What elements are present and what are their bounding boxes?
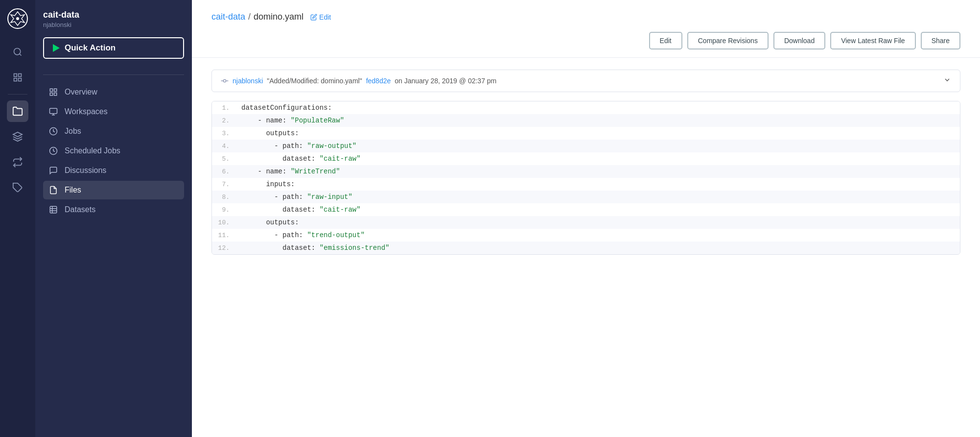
commit-bar-left: njablonski "Added/Modified: domino.yaml"… xyxy=(221,77,496,85)
commit-icon xyxy=(221,77,229,85)
breadcrumb-edit-link[interactable]: Edit xyxy=(310,13,331,21)
overview-icon xyxy=(49,88,58,97)
svg-rect-9 xyxy=(50,89,52,91)
quick-action-label: Quick Action xyxy=(65,43,116,53)
line-content-11: - path: "trend-output" xyxy=(237,229,369,242)
code-line-3: 3. outputs: xyxy=(212,127,960,140)
svg-rect-12 xyxy=(54,93,57,96)
files-icon xyxy=(49,186,58,194)
code-line-2: 2. - name: "PopulateRaw" xyxy=(212,114,960,127)
commit-user[interactable]: njablonski xyxy=(233,77,263,85)
line-num-2: 2. xyxy=(212,115,237,127)
svg-rect-4 xyxy=(14,74,17,77)
logo xyxy=(7,8,28,29)
svg-point-1 xyxy=(16,17,19,20)
line-num-7: 7. xyxy=(212,178,237,191)
svg-point-2 xyxy=(14,49,21,55)
sidebar-item-scheduled-jobs[interactable]: Scheduled Jobs xyxy=(43,142,184,160)
edit-button[interactable]: Edit xyxy=(649,32,682,49)
discussions-icon xyxy=(49,166,58,175)
sidebar: cait-data njablonski Quick Action Overvi… xyxy=(35,0,192,437)
commit-date: on January 28, 2019 @ 02:37 pm xyxy=(395,77,496,85)
quick-action-button[interactable]: Quick Action xyxy=(43,37,184,59)
workspaces-icon xyxy=(49,107,58,116)
cube-icon[interactable] xyxy=(7,126,28,147)
sidebar-item-jobs[interactable]: Jobs xyxy=(43,122,184,141)
svg-rect-6 xyxy=(14,78,17,81)
sidebar-item-jobs-label: Jobs xyxy=(65,127,81,136)
commit-bar: njablonski "Added/Modified: domino.yaml"… xyxy=(211,70,960,92)
breadcrumb-edit-label: Edit xyxy=(319,13,331,21)
main-header: cait-data / domino.yaml Edit Edit Compar… xyxy=(192,0,980,58)
toolbar: Edit Compare Revisions Download View Lat… xyxy=(211,32,960,49)
sidebar-item-datasets[interactable]: Datasets xyxy=(43,200,184,219)
datasets-icon xyxy=(49,205,58,214)
line-content-3: outputs: xyxy=(237,127,303,140)
sidebar-item-scheduled-jobs-label: Scheduled Jobs xyxy=(65,146,120,155)
line-num-1: 1. xyxy=(212,102,237,114)
sidebar-item-overview-label: Overview xyxy=(65,88,97,97)
line-num-5: 5. xyxy=(212,153,237,165)
code-line-9: 9. dataset: "cait-raw" xyxy=(212,203,960,216)
sidebar-item-discussions[interactable]: Discussions xyxy=(43,161,184,180)
compare-revisions-button[interactable]: Compare Revisions xyxy=(687,32,769,49)
code-line-1: 1. datasetConfigurations: xyxy=(212,101,960,114)
code-block: 1. datasetConfigurations: 2. - name: "Po… xyxy=(211,101,960,255)
sidebar-item-discussions-label: Discussions xyxy=(65,166,106,175)
line-num-10: 10. xyxy=(212,217,237,229)
line-content-7: inputs: xyxy=(237,178,299,191)
commit-hash[interactable]: fed8d2e xyxy=(366,77,391,85)
line-num-3: 3. xyxy=(212,127,237,140)
line-num-6: 6. xyxy=(212,166,237,178)
sidebar-item-workspaces-label: Workspaces xyxy=(65,107,108,116)
line-content-6: - name: "WriteTrend" xyxy=(237,165,344,178)
rail-divider xyxy=(8,94,27,95)
main-content: cait-data / domino.yaml Edit Edit Compar… xyxy=(192,0,980,437)
sidebar-item-overview[interactable]: Overview xyxy=(43,83,184,101)
breadcrumb: cait-data / domino.yaml Edit xyxy=(211,12,960,22)
edit-pencil-icon xyxy=(310,14,317,21)
breadcrumb-separator: / xyxy=(248,12,251,22)
line-content-4: - path: "raw-output" xyxy=(237,140,360,152)
transfer-icon[interactable] xyxy=(7,151,28,173)
svg-rect-11 xyxy=(50,93,52,96)
jobs-icon xyxy=(49,127,58,136)
code-line-4: 4. - path: "raw-output" xyxy=(212,140,960,152)
sidebar-item-files-label: Files xyxy=(65,186,81,194)
line-num-11: 11. xyxy=(212,229,237,242)
line-num-4: 4. xyxy=(212,140,237,152)
sidebar-item-workspaces[interactable]: Workspaces xyxy=(43,102,184,121)
sidebar-item-files[interactable]: Files xyxy=(43,181,184,199)
line-num-8: 8. xyxy=(212,191,237,203)
line-content-5: dataset: "cait-raw" xyxy=(237,152,365,165)
grid-icon[interactable] xyxy=(7,67,28,88)
tag-icon[interactable] xyxy=(7,177,28,198)
code-line-7: 7. inputs: xyxy=(212,178,960,191)
download-button[interactable]: Download xyxy=(773,32,825,49)
svg-rect-13 xyxy=(50,108,57,114)
line-content-10: outputs: xyxy=(237,216,303,229)
search-icon[interactable] xyxy=(7,41,28,63)
code-line-10: 10. outputs: xyxy=(212,216,960,229)
svg-rect-10 xyxy=(54,89,57,91)
code-line-11: 11. - path: "trend-output" xyxy=(212,229,960,242)
line-content-2: - name: "PopulateRaw" xyxy=(237,114,348,127)
folder-icon[interactable] xyxy=(7,100,28,122)
sidebar-username: njablonski xyxy=(43,21,184,28)
code-line-5: 5. dataset: "cait-raw" xyxy=(212,152,960,165)
svg-rect-5 xyxy=(19,74,22,77)
line-content-8: - path: "raw-input" xyxy=(237,191,356,203)
svg-line-3 xyxy=(20,54,22,56)
commit-expand-button[interactable] xyxy=(943,76,951,86)
project-name: cait-data xyxy=(43,10,184,20)
share-button[interactable]: Share xyxy=(921,32,960,49)
sidebar-divider xyxy=(43,74,184,75)
breadcrumb-file: domino.yaml xyxy=(254,12,303,22)
breadcrumb-project-link[interactable]: cait-data xyxy=(211,12,245,22)
line-content-9: dataset: "cait-raw" xyxy=(237,203,365,216)
code-line-12: 12. dataset: "emissions-trend" xyxy=(212,242,960,254)
icon-rail xyxy=(0,0,35,437)
line-content-12: dataset: "emissions-trend" xyxy=(237,242,393,254)
svg-rect-7 xyxy=(19,78,22,81)
view-raw-button[interactable]: View Latest Raw File xyxy=(830,32,915,49)
